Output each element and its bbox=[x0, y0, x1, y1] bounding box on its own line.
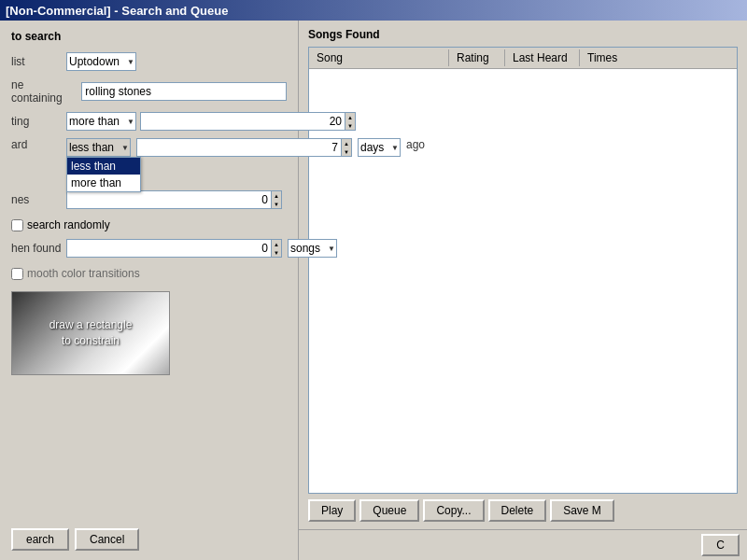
when-found-spinner: ▲ ▼ bbox=[66, 239, 282, 258]
list-select-wrapper[interactable]: Uptodown bbox=[66, 52, 136, 71]
list-select[interactable]: Uptodown bbox=[66, 52, 136, 71]
window-title: [Non-Commercial] - Search and Queue bbox=[6, 4, 228, 18]
times-spinner: ▲ ▼ bbox=[66, 190, 282, 209]
cancel-button[interactable]: Cancel bbox=[75, 528, 139, 551]
times-label: nes bbox=[11, 193, 63, 206]
smooth-transitions-row: mooth color transitions bbox=[11, 267, 287, 280]
search-section-title: to search bbox=[11, 30, 287, 43]
smooth-transitions-checkbox[interactable] bbox=[11, 268, 23, 280]
times-row: nes ▲ ▼ bbox=[11, 190, 287, 209]
heard-row: ard less than less than more than ▲ ▼ bbox=[11, 138, 287, 183]
search-randomly-label: search randomly bbox=[27, 218, 110, 231]
preview-line2: to constrain bbox=[62, 334, 120, 347]
right-panel: Songs Found Song Rating Last Heard Times… bbox=[299, 21, 747, 529]
heard-spinner-down[interactable]: ▼ bbox=[342, 147, 351, 156]
close-button[interactable]: C bbox=[701, 534, 740, 556]
right-bottom-buttons: Play Queue Copy... Delete Save M bbox=[308, 499, 738, 522]
songs-table-body bbox=[309, 69, 737, 493]
left-panel: to search list Uptodown ne containing ti… bbox=[0, 21, 299, 560]
rating-row: ting more than ▲ ▼ bbox=[11, 112, 287, 131]
dropdown-option-more-than[interactable]: more than bbox=[67, 175, 140, 191]
when-found-spinner-down[interactable]: ▼ bbox=[272, 248, 281, 257]
smooth-transitions-label: mooth color transitions bbox=[27, 267, 140, 280]
heard-unit-select[interactable]: days bbox=[358, 138, 401, 157]
col-header-times[interactable]: Times bbox=[580, 49, 636, 66]
rating-spinner: ▲ ▼ bbox=[140, 112, 356, 131]
very-bottom: C bbox=[299, 529, 747, 560]
col-header-song[interactable]: Song bbox=[309, 49, 449, 66]
search-randomly-row: search randomly bbox=[11, 218, 287, 231]
rating-value-input[interactable] bbox=[140, 112, 345, 131]
songs-table-header: Song Rating Last Heard Times bbox=[309, 48, 737, 69]
times-spinner-up[interactable]: ▲ bbox=[272, 191, 281, 200]
title-bar: [Non-Commercial] - Search and Queue bbox=[0, 0, 747, 21]
heard-spinner: ▲ ▼ bbox=[136, 138, 352, 157]
heard-ago-label: ago bbox=[406, 138, 425, 151]
rating-comparator-wrapper[interactable]: more than bbox=[66, 112, 136, 131]
heard-spinner-arrows: ▲ ▼ bbox=[342, 138, 352, 157]
search-randomly-checkbox[interactable] bbox=[11, 219, 23, 231]
search-button[interactable]: earch bbox=[11, 528, 69, 551]
songs-found-title: Songs Found bbox=[308, 28, 738, 41]
heard-value-input[interactable] bbox=[136, 138, 342, 157]
right-area: Songs Found Song Rating Last Heard Times… bbox=[299, 21, 747, 560]
col-header-last-heard[interactable]: Last Heard bbox=[505, 49, 580, 66]
delete-button[interactable]: Delete bbox=[488, 499, 547, 522]
dropdown-option-less-than[interactable]: less than bbox=[67, 158, 140, 175]
heard-comparator-select[interactable]: less than bbox=[66, 138, 131, 157]
times-spinner-down[interactable]: ▼ bbox=[272, 200, 281, 208]
col-header-rating[interactable]: Rating bbox=[449, 49, 505, 66]
queue-button[interactable]: Queue bbox=[359, 499, 419, 522]
when-found-row: hen found ▲ ▼ songs bbox=[11, 239, 287, 258]
when-found-spinner-arrows: ▲ ▼ bbox=[272, 239, 282, 258]
savem-button[interactable]: Save M bbox=[550, 499, 614, 522]
rating-spinner-down[interactable]: ▼ bbox=[345, 121, 355, 130]
play-button[interactable]: Play bbox=[308, 499, 356, 522]
heard-unit-wrapper[interactable]: days bbox=[358, 138, 401, 157]
when-found-unit-select[interactable]: songs bbox=[288, 239, 337, 258]
name-row: ne containing bbox=[11, 78, 287, 105]
heard-comparator-wrapper[interactable]: less than bbox=[66, 138, 131, 157]
rating-spinner-up[interactable]: ▲ bbox=[345, 113, 355, 121]
times-spinner-arrows: ▲ ▼ bbox=[272, 190, 282, 209]
name-input[interactable] bbox=[81, 82, 287, 101]
when-found-spinner-up[interactable]: ▲ bbox=[272, 240, 281, 248]
when-found-label: hen found bbox=[11, 242, 63, 255]
times-value-input[interactable] bbox=[66, 190, 272, 209]
when-found-unit-wrapper[interactable]: songs bbox=[288, 239, 337, 258]
when-found-value-input[interactable] bbox=[66, 239, 272, 258]
rating-spinner-arrows: ▲ ▼ bbox=[345, 112, 356, 131]
heard-dropdown-popup: less than more than bbox=[66, 157, 141, 192]
rating-comparator-select[interactable]: more than bbox=[66, 112, 136, 131]
preview-box[interactable]: draw a rectangle to constrain bbox=[11, 291, 170, 375]
songs-table: Song Rating Last Heard Times bbox=[308, 47, 738, 494]
preview-line1: draw a rectangle bbox=[49, 318, 133, 331]
heard-label: ard bbox=[11, 138, 63, 151]
heard-comparator-container: less than less than more than bbox=[66, 138, 131, 157]
list-label: list bbox=[11, 55, 63, 68]
main-container: to search list Uptodown ne containing ti… bbox=[0, 21, 747, 560]
name-label: ne containing bbox=[11, 78, 78, 105]
heard-spinner-up[interactable]: ▲ bbox=[342, 139, 351, 147]
copy-button[interactable]: Copy... bbox=[423, 499, 484, 522]
list-row: list Uptodown bbox=[11, 52, 287, 71]
preview-text: draw a rectangle to constrain bbox=[49, 317, 133, 349]
bottom-buttons: earch Cancel bbox=[11, 521, 287, 551]
rating-label: ting bbox=[11, 115, 63, 128]
